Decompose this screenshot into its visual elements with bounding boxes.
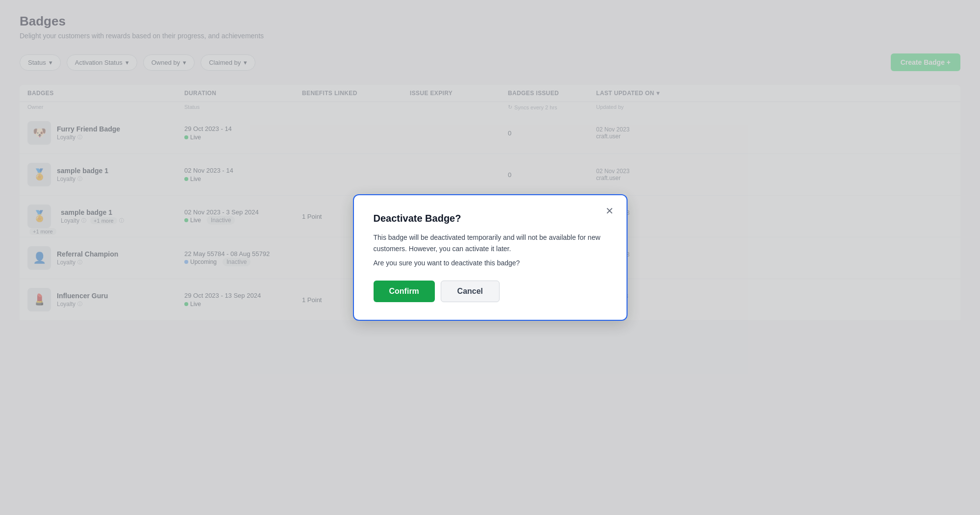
deactivate-badge-modal: ✕ Deactivate Badge? This badge will be d… (353, 194, 628, 321)
modal-title: Deactivate Badge? (374, 213, 607, 224)
modal-actions: Confirm Cancel (374, 281, 607, 302)
cancel-button[interactable]: Cancel (441, 281, 500, 302)
confirm-button[interactable]: Confirm (374, 281, 435, 302)
modal-body-text: This badge will be deactivated temporari… (374, 232, 607, 254)
modal-question-text: Are you sure you want to deactivate this… (374, 259, 607, 267)
modal-overlay[interactable]: ✕ Deactivate Badge? This badge will be d… (0, 0, 980, 515)
modal-close-button[interactable]: ✕ (603, 204, 617, 218)
